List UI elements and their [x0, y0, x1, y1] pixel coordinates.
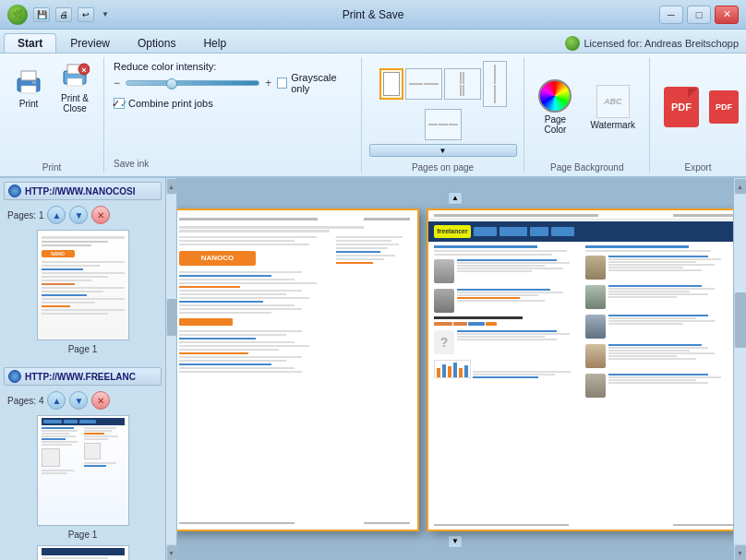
site2-pages-count: Pages: 4 [7, 396, 43, 406]
site1-delete-button[interactable]: ✕ [91, 206, 110, 224]
print-close-button[interactable]: × Print &Close [54, 57, 96, 118]
svg-rect-6 [67, 78, 82, 86]
globe-icon-2 [8, 370, 21, 383]
site2-page-label: Page 1 [0, 530, 165, 540]
site2-down-button[interactable]: ▼ [69, 391, 88, 410]
left-panel: HTTP://WWW.NANOCOSI Pages: 1 ▲ ▼ ✕ NANO [0, 178, 166, 560]
print-close-icon: × [60, 62, 90, 91]
site2-pages-row: Pages: 4 ▲ ▼ ✕ [0, 389, 165, 411]
svg-rect-1 [21, 71, 36, 80]
close-button[interactable]: ✕ [715, 6, 739, 24]
app-title: Print & Save [343, 8, 404, 21]
slider-thumb[interactable] [166, 78, 177, 89]
pages-on-page-section: ▼ Pages on page [362, 57, 525, 173]
site2-thumb [37, 415, 129, 526]
print-icon [14, 67, 43, 97]
site1-pages-count: Pages: 1 [7, 210, 43, 220]
layout-2page-h[interactable] [405, 68, 442, 100]
reduce-color-row: Reduce color intensity: [114, 61, 352, 72]
export-group-label: Export [685, 161, 712, 173]
app-icon: 🌿 [7, 5, 28, 25]
slider-plus: + [265, 77, 271, 89]
preview-area: ▲ [177, 178, 733, 560]
export-group: PDF PDF Export [650, 57, 746, 173]
site1-down-button[interactable]: ▼ [69, 206, 88, 224]
pdf-icon: PDF [664, 87, 699, 127]
page-color-button[interactable]: Page Color [532, 75, 578, 139]
titlebar: 🌿 💾 🖨 ↩ ▼ Print & Save ─ □ ✕ [0, 0, 746, 30]
grayscale-label: Grayscale only [291, 72, 351, 94]
save-ink-section: Reduce color intensity: − + Grayscale on… [104, 57, 362, 173]
quickaccess-dropdown[interactable]: ▼ [100, 7, 111, 22]
restore-button[interactable]: □ [687, 6, 711, 24]
slider-row: − + Grayscale only [114, 72, 352, 94]
site1-pages-row: Pages: 1 ▲ ▼ ✕ [0, 204, 165, 226]
titlebar-controls: ─ □ ✕ [659, 6, 739, 24]
pdf-small-button[interactable]: PDF [709, 90, 739, 124]
svg-rect-12 [448, 366, 451, 377]
site1-url-header: HTTP://WWW.NANOCOSI [4, 182, 162, 200]
svg-rect-11 [442, 364, 446, 377]
titlebar-left: 🌿 💾 🖨 ↩ ▼ [7, 5, 111, 25]
pages-group-label: Pages on page [412, 161, 474, 173]
preview-page-2: freelancer [427, 209, 733, 531]
left-panel-scrollbar[interactable]: ▲ ▼ [166, 178, 177, 560]
tab-help[interactable]: Help [189, 33, 240, 53]
page-layout-options [367, 57, 519, 144]
save-ink-label: Save ink [114, 157, 352, 169]
combine-label: Combine print jobs [128, 98, 213, 109]
svg-rect-2 [21, 86, 36, 93]
site2-url-header: HTTP://WWW.FREELANC [4, 367, 162, 386]
main-layout: HTTP://WWW.NANOCOSI Pages: 1 ▲ ▼ ✕ NANO [0, 178, 746, 560]
site2-section: HTTP://WWW.FREELANC Pages: 4 ▲ ▼ ✕ [0, 363, 165, 560]
print-button[interactable]: Print [7, 63, 50, 113]
preview-scrollbar-right[interactable]: ▲ ▼ [733, 178, 746, 560]
ribbon: Print × Print &Close Print [0, 54, 746, 178]
preview-page-1: NANOCO [177, 209, 419, 531]
quickaccess-print[interactable]: 🖨 [55, 7, 72, 22]
watermark-button[interactable]: ABC Watermark [584, 80, 642, 135]
site2-thumb2 [37, 545, 129, 560]
combine-checkbox[interactable]: ✓ [114, 98, 125, 109]
print-group-label: Print [42, 161, 62, 173]
combine-option: ✓ Combine print jobs [114, 98, 213, 109]
ribbon-print-group: Print × Print &Close Print [0, 57, 104, 173]
ribbon-right-groups: Page Color ABC Watermark Page Background… [524, 57, 746, 173]
site2-delete-button[interactable]: ✕ [91, 391, 110, 410]
site2-url-text: HTTP://WWW.FREELANC [25, 372, 157, 382]
layout-4page[interactable] [444, 68, 481, 100]
preview-scroll-down[interactable]: ▼ [191, 535, 719, 548]
pages-dropdown[interactable]: ▼ [367, 144, 519, 157]
site1-thumb: NANO [37, 230, 129, 340]
tab-preview[interactable]: Preview [56, 33, 124, 53]
tab-start[interactable]: Start [4, 33, 56, 53]
layout-1page[interactable] [379, 68, 403, 100]
slider-minus: − [114, 77, 120, 89]
export-buttons: PDF PDF [657, 57, 739, 157]
site2-up-button[interactable]: ▲ [47, 391, 66, 410]
minimize-button[interactable]: ─ [659, 6, 683, 24]
intensity-slider[interactable] [126, 80, 259, 86]
page-color-icon [538, 79, 572, 113]
svg-rect-10 [437, 368, 440, 377]
svg-rect-3 [32, 81, 36, 84]
preview-scroll-up[interactable]: ▲ [191, 192, 719, 205]
site1-page-label: Page 1 [0, 344, 165, 354]
layout-2page-v[interactable] [483, 61, 507, 107]
pdf-export-button[interactable]: PDF [657, 82, 705, 132]
svg-text:×: × [81, 66, 86, 75]
combine-row: ✓ Combine print jobs [114, 98, 352, 109]
tab-options[interactable]: Options [124, 33, 189, 53]
print-buttons: Print × Print &Close [7, 57, 96, 118]
page-bg-buttons: Page Color ABC Watermark [532, 57, 642, 157]
layout-3page[interactable] [425, 109, 462, 140]
quickaccess-undo[interactable]: ↩ [78, 7, 94, 22]
svg-rect-13 [453, 363, 457, 377]
site1-up-button[interactable]: ▲ [47, 206, 66, 224]
svg-rect-15 [464, 365, 468, 377]
quickaccess-save[interactable]: 💾 [33, 7, 50, 22]
page-bg-group-label: Page Background [550, 161, 624, 173]
svg-rect-14 [459, 368, 463, 377]
grayscale-checkbox[interactable] [277, 77, 287, 89]
menu-tabs: Start Preview Options Help Licensed for:… [0, 30, 746, 54]
